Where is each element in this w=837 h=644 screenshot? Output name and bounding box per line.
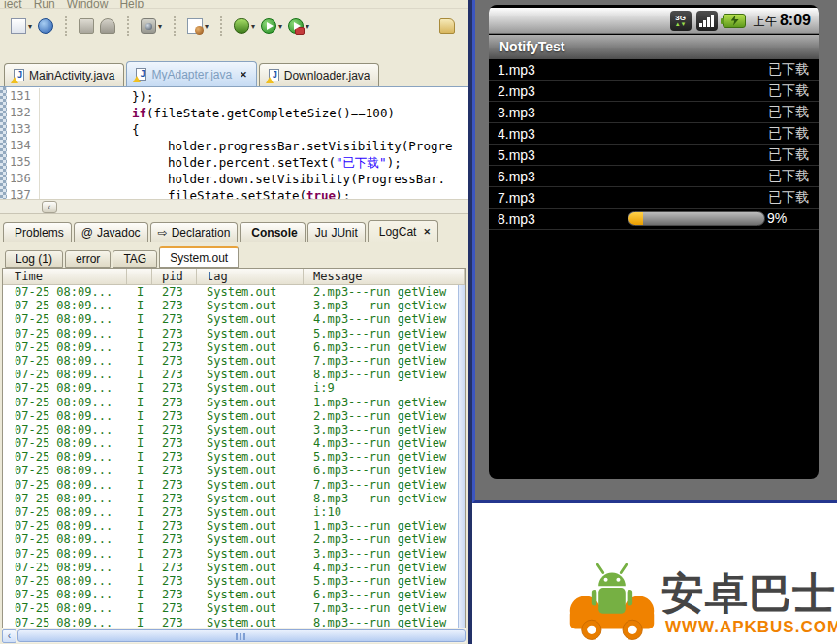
mp3-list-item[interactable]: 3.mp3已下载 xyxy=(489,102,819,123)
status-bar: 3G ▲▼ 上午 8:09 xyxy=(489,8,819,34)
column-header-tag[interactable]: tag xyxy=(197,269,304,284)
logcat-filter-tab-tag[interactable]: TAG xyxy=(113,250,157,268)
dropdown-caret-icon[interactable]: ▾ xyxy=(28,22,32,31)
mp3-list-item[interactable]: 4.mp3已下载 xyxy=(489,123,819,145)
log-row[interactable]: 07-25 08:09...I273System.out6.mp3---run … xyxy=(3,340,458,354)
menu-item-ject[interactable]: ject xyxy=(4,0,22,9)
log-cell-tag: System.out xyxy=(197,381,304,395)
dropdown-caret-icon[interactable]: ▾ xyxy=(306,22,309,31)
log-row[interactable]: 07-25 08:09...I273System.out8.mp3---run … xyxy=(3,368,458,381)
view-tab-declaration[interactable]: ⇨Declaration xyxy=(150,222,239,242)
save-all-button[interactable] xyxy=(97,16,118,36)
logcat-filter-tab-system-out[interactable]: System.out xyxy=(159,246,239,268)
view-tab-junit[interactable]: JuJUnit xyxy=(307,222,366,242)
warning-overlay-icon xyxy=(11,77,18,83)
logcat-rows[interactable]: 07-25 08:09...I273System.out2.mp3---run … xyxy=(3,285,458,628)
view-tab-problems[interactable]: Problems xyxy=(3,222,72,242)
log-cell-time: 07-25 08:09... xyxy=(3,505,127,519)
log-row[interactable]: 07-25 08:09...I273System.out6.mp3---run … xyxy=(3,588,458,601)
dropdown-caret-icon[interactable]: ▾ xyxy=(251,22,255,31)
log-row[interactable]: 07-25 08:09...I273System.out3.mp3---run … xyxy=(3,299,458,312)
mp3-list-item[interactable]: 2.mp3已下载 xyxy=(489,80,819,102)
run-button[interactable]: ▾ xyxy=(258,16,285,36)
logcat-filter-tab-error[interactable]: error xyxy=(65,250,111,268)
log-cell-pid: 273 xyxy=(152,450,197,464)
log-cell-time: 07-25 08:09... xyxy=(3,396,127,409)
menu-item-window[interactable]: Window xyxy=(67,0,109,9)
column-header-Message[interactable]: Message xyxy=(304,269,465,284)
log-row[interactable]: 07-25 08:09...I273System.out8.mp3---run … xyxy=(3,616,458,628)
log-row[interactable]: 07-25 08:09...I273System.outi:10 xyxy=(3,505,458,519)
dropdown-caret-icon[interactable]: ▾ xyxy=(158,22,162,31)
column-header-pid[interactable]: pid xyxy=(152,269,197,284)
scroll-left-icon[interactable]: ‹ xyxy=(2,629,16,643)
log-cell-message: 3.mp3---run getView xyxy=(304,299,458,312)
logcat-table[interactable]: TimepidtagMessage 07-25 08:09...I273Syst… xyxy=(2,268,466,628)
log-row[interactable]: 07-25 08:09...I273System.out7.mp3---run … xyxy=(3,354,458,368)
column-header-level[interactable] xyxy=(127,269,152,284)
log-row[interactable]: 07-25 08:09...I273System.out4.mp3---run … xyxy=(3,436,458,450)
new-java-class-button[interactable]: ▾ xyxy=(184,16,211,36)
log-row[interactable]: 07-25 08:09...I273System.out2.mp3---run … xyxy=(3,409,458,423)
editor-horizontal-scrollbar[interactable]: ‹ xyxy=(0,199,468,214)
mp3-list-item[interactable]: 7.mp3已下载 xyxy=(489,187,819,209)
log-cell-level: I xyxy=(127,368,152,381)
log-row[interactable]: 07-25 08:09...I273System.out3.mp3---run … xyxy=(3,547,458,561)
log-row[interactable]: 07-25 08:09...I273System.out1.mp3---run … xyxy=(3,519,458,532)
code-editor[interactable]: 131});132if(fileState.getCompleteSize()=… xyxy=(0,86,468,199)
dropdown-caret-icon[interactable]: ▾ xyxy=(278,22,282,31)
log-row[interactable]: 07-25 08:09...I273System.out1.mp3---run … xyxy=(3,396,458,409)
editor-tab-myadapter.java[interactable]: JMyAdapter.java✕ xyxy=(126,61,256,86)
file-name: 2.mp3 xyxy=(498,83,535,99)
new-wizard-button[interactable]: ▾ xyxy=(8,16,35,36)
log-row[interactable]: 07-25 08:09...I273System.out5.mp3---run … xyxy=(3,574,458,588)
scroll-left-icon[interactable]: ‹ xyxy=(42,201,57,213)
external-browser-button[interactable] xyxy=(35,16,56,36)
log-row[interactable]: 07-25 08:09...I273System.out6.mp3---run … xyxy=(3,464,458,477)
logcat-filter-tab-log-1-[interactable]: Log (1) xyxy=(5,250,63,268)
debug-button[interactable]: ▾ xyxy=(231,16,258,36)
view-tab-label: JUnit xyxy=(331,226,357,240)
log-cell-tag: System.out xyxy=(197,464,304,477)
run-external-tools-button[interactable]: ▾ xyxy=(285,16,312,36)
mp3-list[interactable]: 1.mp3已下载2.mp3已下载3.mp3已下载4.mp3已下载5.mp3已下载… xyxy=(489,59,819,230)
dropdown-caret-icon[interactable]: ▾ xyxy=(205,22,209,31)
log-row[interactable]: 07-25 08:09...I273System.out4.mp3---run … xyxy=(3,561,458,574)
new-java-class-icon xyxy=(187,18,203,34)
log-row[interactable]: 07-25 08:09...I273System.outi:9 xyxy=(3,381,458,395)
view-tab-javadoc[interactable]: @Javadoc xyxy=(74,222,148,242)
log-cell-time: 07-25 08:09... xyxy=(3,354,127,368)
logcat-horizontal-scrollbar[interactable]: ‹ xyxy=(2,628,466,643)
editor-tab-downloader.java[interactable]: JDownloader.java xyxy=(259,63,380,86)
view-tab-console[interactable]: Console xyxy=(240,222,305,242)
log-row[interactable]: 07-25 08:09...I273System.out2.mp3---run … xyxy=(3,532,458,546)
menu-item-run[interactable]: Run xyxy=(34,0,55,9)
log-row[interactable]: 07-25 08:09...I273System.out7.mp3---run … xyxy=(3,601,458,615)
log-row[interactable]: 07-25 08:09...I273System.out2.mp3---run … xyxy=(3,285,458,299)
view-tab-logcat[interactable]: LogCat✕ xyxy=(368,220,438,242)
mp3-list-item[interactable]: 6.mp3已下载 xyxy=(489,166,819,187)
open-wizard-button[interactable] xyxy=(436,16,458,36)
mp3-list-item[interactable]: 8.mp39% xyxy=(489,209,819,230)
close-icon[interactable]: ✕ xyxy=(240,70,247,80)
code-area[interactable]: 131});132if(fileState.getCompleteSize()=… xyxy=(7,88,468,199)
log-cell-tag: System.out xyxy=(197,436,304,450)
close-icon[interactable]: ✕ xyxy=(423,227,431,237)
mp3-list-item[interactable]: 5.mp3已下载 xyxy=(489,145,819,166)
log-row[interactable]: 07-25 08:09...I273System.out8.mp3---run … xyxy=(3,492,458,505)
log-cell-tag: System.out xyxy=(197,312,304,326)
log-row[interactable]: 07-25 08:09...I273System.out3.mp3---run … xyxy=(3,423,458,436)
editor-tab-mainactivity.java[interactable]: JMainActivity.java xyxy=(4,63,124,86)
print-button[interactable] xyxy=(76,16,97,36)
column-header-Time[interactable]: Time xyxy=(3,269,127,284)
scrollbar-thumb[interactable] xyxy=(17,629,466,642)
mp3-list-item[interactable]: 1.mp3已下载 xyxy=(489,59,819,80)
screenshot-button[interactable]: ▾ xyxy=(138,16,165,36)
emulator-screen[interactable]: 3G ▲▼ 上午 8:09 NotifyTest 1.mp3已下载2.mp3已下… xyxy=(489,5,819,479)
menu-item-help[interactable]: Help xyxy=(119,0,144,9)
logcat-vertical-scrollbar[interactable] xyxy=(458,285,465,628)
log-row[interactable]: 07-25 08:09...I273System.out5.mp3---run … xyxy=(3,450,458,464)
log-row[interactable]: 07-25 08:09...I273System.out5.mp3---run … xyxy=(3,327,458,340)
log-row[interactable]: 07-25 08:09...I273System.out4.mp3---run … xyxy=(3,312,458,326)
log-row[interactable]: 07-25 08:09...I273System.out7.mp3---run … xyxy=(3,478,458,492)
